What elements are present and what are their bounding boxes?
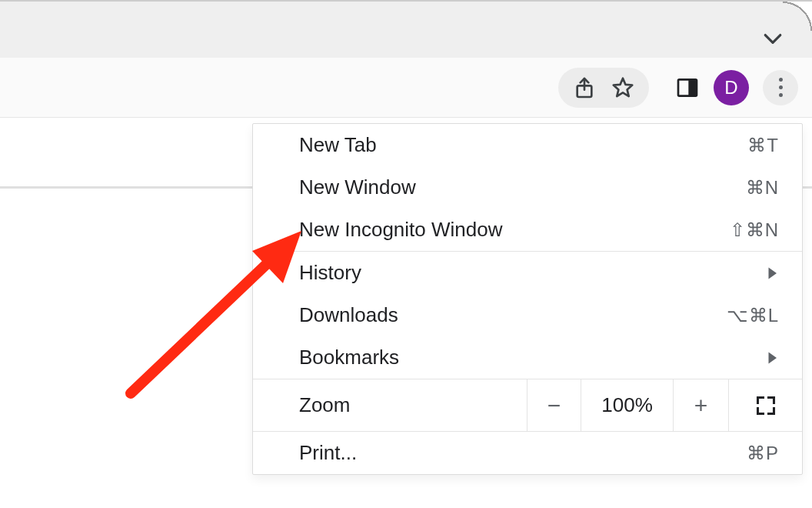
menu-item-label: Bookmarks bbox=[299, 346, 399, 369]
submenu-triangle-icon bbox=[765, 266, 779, 280]
menu-item-bookmarks[interactable]: Bookmarks bbox=[253, 336, 802, 379]
menu-section: Print... ⌘P bbox=[253, 431, 802, 474]
menu-item-history[interactable]: History bbox=[253, 252, 802, 294]
menu-item-label: New Incognito Window bbox=[299, 218, 502, 242]
zoom-label: Zoom bbox=[253, 379, 527, 431]
window-tab-strip bbox=[0, 0, 812, 58]
menu-item-shortcut: ⌘T bbox=[747, 135, 779, 156]
menu-item-label: New Tab bbox=[299, 133, 377, 157]
side-panel-icon[interactable] bbox=[675, 75, 700, 100]
browser-toolbar: D bbox=[0, 58, 812, 118]
menu-item-new-tab[interactable]: New Tab ⌘T bbox=[253, 124, 802, 166]
menu-item-shortcut: ⌘N bbox=[746, 177, 779, 199]
menu-section: History Downloads ⌥⌘L Bookmarks bbox=[253, 251, 802, 379]
svg-rect-2 bbox=[688, 79, 697, 95]
menu-item-new-incognito-window[interactable]: New Incognito Window ⇧⌘N bbox=[253, 209, 802, 251]
menu-section: New Tab ⌘T New Window ⌘N New Incognito W… bbox=[253, 124, 802, 251]
tab-search-chevron-icon[interactable] bbox=[763, 32, 783, 46]
menu-item-label: New Window bbox=[299, 175, 416, 199]
menu-item-label: Downloads bbox=[299, 303, 398, 327]
zoom-in-button[interactable]: + bbox=[673, 379, 728, 431]
menu-item-print[interactable]: Print... ⌘P bbox=[253, 432, 802, 474]
submenu-triangle-icon bbox=[765, 351, 779, 365]
fullscreen-button[interactable] bbox=[728, 379, 802, 431]
menu-zoom-row: Zoom − 100% + bbox=[253, 379, 802, 431]
share-icon[interactable] bbox=[572, 75, 597, 100]
bookmark-star-icon[interactable] bbox=[611, 75, 635, 100]
menu-item-shortcut: ⌘P bbox=[747, 443, 779, 464]
profile-avatar[interactable]: D bbox=[714, 70, 749, 105]
menu-item-label: Print... bbox=[299, 441, 357, 465]
address-bar-actions bbox=[558, 68, 649, 108]
avatar-letter: D bbox=[724, 77, 737, 99]
menu-item-label: History bbox=[299, 261, 361, 285]
menu-item-shortcut: ⌥⌘L bbox=[727, 305, 779, 326]
zoom-out-button[interactable]: − bbox=[527, 379, 581, 431]
menu-item-shortcut: ⇧⌘N bbox=[730, 219, 779, 241]
overflow-menu-button[interactable] bbox=[763, 70, 798, 105]
menu-item-new-window[interactable]: New Window ⌘N bbox=[253, 166, 802, 209]
zoom-value: 100% bbox=[581, 379, 673, 431]
menu-item-downloads[interactable]: Downloads ⌥⌘L bbox=[253, 294, 802, 336]
overflow-menu: New Tab ⌘T New Window ⌘N New Incognito W… bbox=[252, 123, 803, 475]
